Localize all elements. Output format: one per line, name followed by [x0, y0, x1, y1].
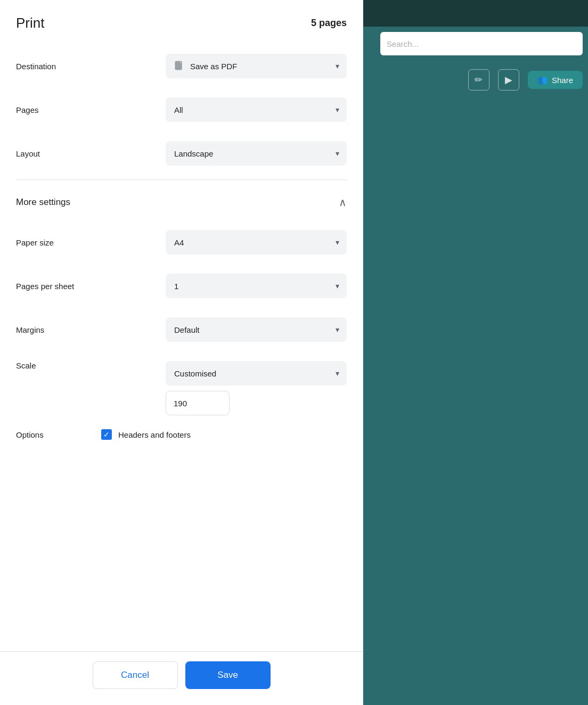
print-pages-count: 5 pages	[311, 18, 347, 29]
save-button[interactable]: Save	[185, 661, 271, 689]
destination-label: Destination	[16, 62, 101, 71]
share-button[interactable]: 👥 Share	[528, 71, 583, 89]
pdf-document-icon	[173, 59, 185, 73]
scale-input-wrapper	[166, 391, 347, 415]
scale-input[interactable]	[166, 391, 230, 415]
paper-size-row: Paper size A4 Letter A3 ▾	[16, 220, 347, 264]
paper-size-select-wrapper: A4 Letter A3 ▾	[166, 230, 347, 255]
destination-value: Save as PDF	[190, 62, 336, 71]
headers-footers-checkbox[interactable]: ✓	[101, 429, 112, 440]
layout-select[interactable]: Landscape Portrait	[166, 141, 347, 166]
headers-footers-checkbox-wrapper[interactable]: ✓ Headers and footers	[101, 429, 191, 440]
play-icon-button[interactable]: ▶	[498, 69, 519, 91]
headers-footers-label: Headers and footers	[118, 430, 191, 439]
more-settings-row[interactable]: More settings ∧	[16, 184, 347, 220]
print-title: Print	[16, 15, 44, 31]
pencil-icon-button[interactable]: ✏	[468, 69, 489, 91]
print-header: Print 5 pages	[0, 0, 363, 44]
destination-dropdown-arrow: ▾	[336, 62, 339, 70]
print-content: Destination Save as PDF ▾ Pages All Cust…	[0, 44, 363, 651]
pages-per-sheet-select[interactable]: 1 2 4 6 9 16	[166, 274, 347, 298]
layout-row: Layout Landscape Portrait ▾	[16, 132, 347, 175]
divider-1	[16, 179, 347, 180]
options-label: Options	[16, 430, 101, 439]
play-icon: ▶	[505, 74, 512, 86]
pencil-icon: ✏	[475, 74, 483, 86]
paper-size-select[interactable]: A4 Letter A3	[166, 230, 347, 255]
margins-label: Margins	[16, 325, 101, 334]
margins-row: Margins Default None Minimum Custom ▾	[16, 308, 347, 351]
destination-select[interactable]: Save as PDF ▾	[166, 54, 347, 78]
background-toolbar: ✏ ▶ 👥 Share	[468, 69, 583, 91]
print-dialog: Print 5 pages Destination Save as PDF ▾ …	[0, 0, 363, 705]
search-placeholder: Search...	[387, 39, 419, 48]
background-top-bar	[359, 0, 588, 27]
options-row: Options ✓ Headers and footers	[16, 420, 347, 449]
scale-row: Scale Customised Default Fit to page ▾	[16, 351, 347, 420]
background-search[interactable]: Search...	[380, 32, 583, 55]
scale-select[interactable]: Customised Default Fit to page	[166, 361, 347, 386]
scale-label: Scale	[16, 361, 101, 370]
pages-select-wrapper: All Custom ▾	[166, 97, 347, 122]
checkmark-icon: ✓	[103, 431, 110, 438]
more-settings-label: More settings	[16, 197, 70, 208]
background-app	[359, 0, 588, 705]
pages-row: Pages All Custom ▾	[16, 88, 347, 132]
layout-select-wrapper: Landscape Portrait ▾	[166, 141, 347, 166]
cancel-button[interactable]: Cancel	[93, 661, 178, 689]
pages-select[interactable]: All Custom	[166, 97, 347, 122]
pages-per-sheet-select-wrapper: 1 2 4 6 9 16 ▾	[166, 274, 347, 298]
paper-size-label: Paper size	[16, 238, 101, 247]
chevron-up-icon: ∧	[339, 196, 347, 209]
layout-label: Layout	[16, 149, 101, 158]
scale-select-wrapper: Customised Default Fit to page ▾	[166, 361, 347, 386]
pages-per-sheet-row: Pages per sheet 1 2 4 6 9 16 ▾	[16, 264, 347, 308]
share-label: Share	[552, 76, 573, 85]
margins-select-wrapper: Default None Minimum Custom ▾	[166, 317, 347, 342]
scale-right: Customised Default Fit to page ▾	[166, 361, 347, 415]
margins-select[interactable]: Default None Minimum Custom	[166, 317, 347, 342]
destination-row: Destination Save as PDF ▾	[16, 44, 347, 88]
share-icon: 👥	[537, 75, 548, 85]
print-footer: Cancel Save	[0, 651, 363, 705]
pages-label: Pages	[16, 105, 101, 114]
pages-per-sheet-label: Pages per sheet	[16, 282, 101, 291]
